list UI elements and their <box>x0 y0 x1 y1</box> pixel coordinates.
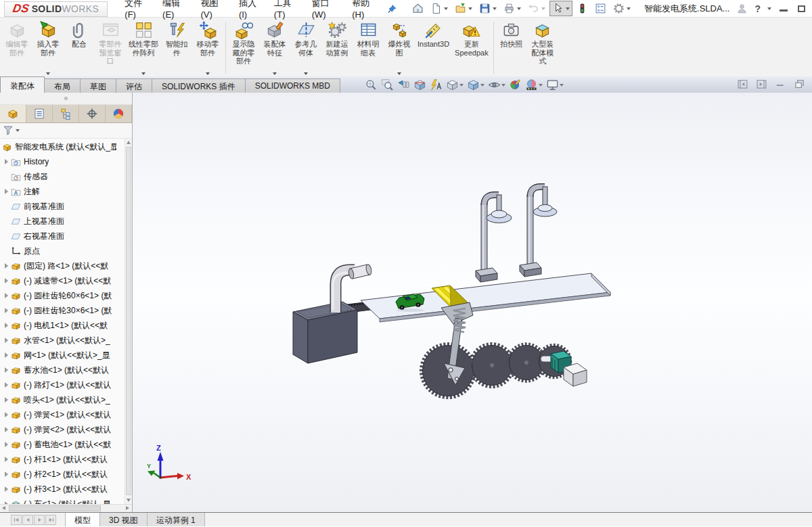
sheet-tab[interactable]: 3D 视图 <box>100 513 148 526</box>
ribbon-button-bill-of-materials[interactable]: 材料明 细表 <box>353 19 384 76</box>
zoom-area-button[interactable] <box>380 78 394 92</box>
ribbon-button-insert-component[interactable]: 插入零 部件 <box>32 19 64 76</box>
panel-tab-featuremanager[interactable] <box>0 105 26 122</box>
tree-item[interactable]: (-) 圆柱齿轮30×6<1> (默 <box>0 303 132 318</box>
tree-item[interactable]: (-) 路灯<1> (默认<<默认 <box>0 377 132 392</box>
print-button[interactable] <box>501 1 524 16</box>
command-tab[interactable]: 草图 <box>80 78 116 93</box>
expand-slot[interactable] <box>2 427 11 432</box>
view-orientation-button[interactable] <box>445 78 464 92</box>
previous-view-button[interactable] <box>397 78 411 92</box>
ribbon-button-instant3d[interactable]: Instant3D <box>415 19 452 76</box>
expand-slot[interactable] <box>2 338 11 343</box>
ribbon-button-reference-geometry[interactable]: 参考几 何体 <box>290 19 321 76</box>
hide-show-items-button[interactable] <box>487 78 506 92</box>
help-button[interactable]: ? <box>754 3 761 14</box>
command-tab[interactable]: 评估 <box>116 78 152 93</box>
nav-first-button[interactable] <box>11 515 22 525</box>
tree-item[interactable]: (-) 杆3<1> (默认<<默认 <box>0 482 132 497</box>
menu-item[interactable]: 插入(I) <box>233 0 268 22</box>
tree-vertical-scrollbar[interactable] <box>125 139 132 504</box>
reservoir-part[interactable] <box>293 302 357 363</box>
panel-tab-dimxpertmanager[interactable] <box>79 105 106 122</box>
doc-restore-icon[interactable] <box>794 78 805 90</box>
tree-item[interactable]: (-) 杆2<1> (默认<<默认 <box>0 467 132 482</box>
expand-slot[interactable] <box>2 412 11 417</box>
save-button[interactable] <box>476 1 499 16</box>
expand-slot[interactable] <box>2 486 11 492</box>
expand-slot[interactable] <box>2 397 11 403</box>
tree-item[interactable]: (-) 减速带<1> (默认<<默 <box>0 273 132 288</box>
user-icon[interactable] <box>736 3 748 14</box>
expand-slot[interactable] <box>2 352 11 358</box>
tree-item[interactable]: 网<1> (默认<<默认>_显 <box>0 348 132 363</box>
expand-slot[interactable] <box>2 472 11 477</box>
pane-previous-icon[interactable] <box>737 78 748 90</box>
tree-item[interactable]: 水管<1> (默认<<默认>_ <box>0 333 132 348</box>
nav-last-button[interactable] <box>45 515 56 525</box>
expand-slot[interactable] <box>2 323 11 328</box>
annotation-view-button[interactable] <box>429 78 443 92</box>
pane-next-icon[interactable] <box>756 78 767 90</box>
ribbon-button-assembly-features[interactable]: 装配体 特征 <box>259 19 290 76</box>
menu-item[interactable]: 编辑(E) <box>156 0 194 22</box>
graphics-viewport[interactable]: Z X Y <box>133 93 812 512</box>
expand-slot[interactable] <box>2 278 11 283</box>
ribbon-button-smart-fasteners[interactable]: 智能扣 件 <box>161 19 192 76</box>
options-button[interactable] <box>610 1 633 16</box>
expand-slot[interactable] <box>2 189 11 194</box>
ribbon-button-linear-pattern[interactable]: 线性零部 件阵列 <box>126 19 161 76</box>
tree-item[interactable]: (固定) 路<1> (默认<<默 <box>0 258 132 273</box>
street-lamp-1-part[interactable] <box>476 195 512 282</box>
command-tab[interactable]: 装配体 <box>0 76 45 93</box>
sheet-tab[interactable]: 运动算例 1 <box>148 513 205 526</box>
zoom-fit-button[interactable] <box>364 78 378 92</box>
ribbon-button-new-motion-study[interactable]: 新建运 动算例 <box>321 19 353 76</box>
tree-horizontal-scrollbar[interactable] <box>0 504 132 512</box>
expand-slot[interactable] <box>2 367 11 373</box>
panel-tab-displaymanager[interactable] <box>106 105 132 122</box>
tree-item[interactable]: 右视基准面 <box>0 229 132 244</box>
tree-item[interactable]: (-) 车<1> (默认<默认_显 <box>0 497 132 504</box>
tree-item[interactable]: 上视基准面 <box>0 214 132 229</box>
expand-slot[interactable] <box>2 442 11 447</box>
tree-item[interactable]: (-) 电机1<1> (默认<<默 <box>0 318 132 333</box>
tree-item[interactable]: (-) 圆柱齿轮60×6<1> (默 <box>0 288 132 303</box>
tree-item[interactable]: (-) 弹簧<1> (默认<<默认 <box>0 407 132 422</box>
panel-tab-configurationmanager[interactable] <box>53 105 79 122</box>
expand-slot[interactable] <box>2 457 11 462</box>
section-view-button[interactable] <box>413 78 427 92</box>
tree-item[interactable]: History <box>0 154 132 169</box>
menu-item[interactable]: 文件(F) <box>118 0 156 22</box>
gear-train-part[interactable] <box>422 344 571 398</box>
nav-next-button[interactable] <box>34 515 45 525</box>
performance-button[interactable] <box>574 1 591 16</box>
command-tab[interactable]: SOLIDWORKS 插件 <box>152 78 246 93</box>
expand-slot[interactable] <box>2 382 11 388</box>
tree-item[interactable]: 原点 <box>0 244 132 258</box>
new-doc-button[interactable] <box>428 1 451 16</box>
nav-prev-button[interactable] <box>22 515 33 525</box>
menu-item[interactable]: 窗口(W) <box>306 0 346 22</box>
edit-appearance-button[interactable] <box>508 78 522 92</box>
view-settings-button[interactable] <box>545 78 564 92</box>
expand-slot[interactable] <box>2 308 11 313</box>
menu-item[interactable]: 视图(V) <box>195 0 233 22</box>
filter-icon[interactable] <box>3 125 14 136</box>
properties-button[interactable] <box>592 1 609 16</box>
ribbon-button-mate[interactable]: 配合 <box>64 19 95 76</box>
tree-item[interactable]: 蓄水池<1> (默认<<默认 <box>0 363 132 377</box>
tree-item[interactable]: 前视基准面 <box>0 199 132 214</box>
ribbon-button-take-snapshot[interactable]: 拍快照 <box>496 19 527 76</box>
sheet-tab[interactable]: 模型 <box>65 513 100 526</box>
pin-icon[interactable] <box>387 3 397 14</box>
home-button[interactable] <box>409 1 426 16</box>
menu-item[interactable]: 工具(T) <box>268 0 306 22</box>
doc-minimize-icon[interactable] <box>775 78 786 90</box>
command-tab[interactable]: 布局 <box>44 78 81 93</box>
open-button[interactable] <box>452 1 475 16</box>
ribbon-button-exploded-view[interactable]: 爆炸视 图 <box>384 19 415 76</box>
minimize-button[interactable] <box>778 3 789 14</box>
command-tab[interactable]: SOLIDWORKS MBD <box>245 78 340 93</box>
menu-item[interactable]: 帮助(H) <box>346 0 384 22</box>
